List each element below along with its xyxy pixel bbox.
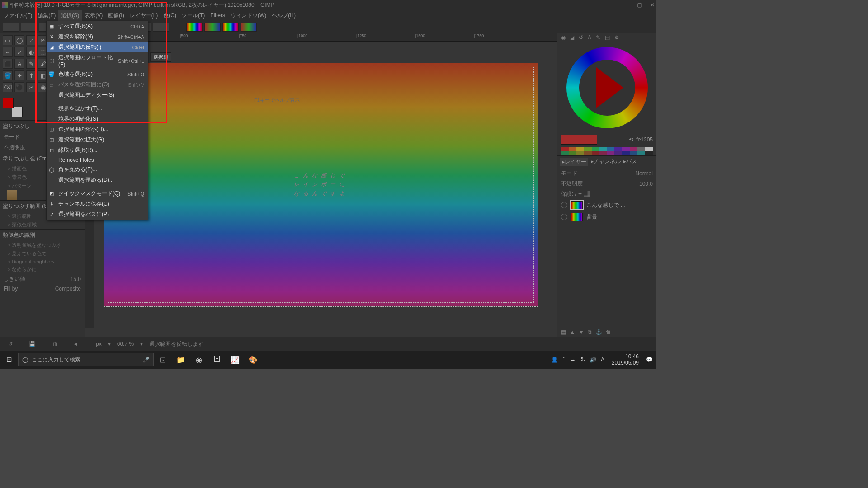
tool-4[interactable]: ↔	[3, 47, 13, 57]
explorer-icon[interactable]: 📁	[172, 351, 190, 369]
menu-0[interactable]: ファイル(F)	[1, 10, 35, 21]
palette-icon[interactable]: ▤	[605, 34, 610, 41]
ime-icon[interactable]: A	[601, 357, 604, 363]
app-icon[interactable]: 🖼	[208, 351, 226, 369]
select-menu-item-2[interactable]: ◪選択範囲の反転(I)Ctrl+I	[47, 42, 148, 52]
fg-color-swatch[interactable]	[3, 98, 14, 108]
toolbar-thumb[interactable]	[21, 23, 37, 32]
tool-6[interactable]: ◐	[26, 47, 36, 57]
similar-opt-3[interactable]: ○ なめらかに	[0, 265, 85, 274]
layer-up-icon[interactable]: ▲	[570, 329, 575, 335]
menu-10[interactable]: ヘルプ(H)	[269, 10, 298, 21]
menu-1[interactable]: 編集(E)	[35, 10, 58, 21]
paint-icon[interactable]: ✎	[596, 34, 600, 41]
tab-レイヤー[interactable]: ▸レイヤー	[560, 158, 588, 166]
taskbar-search[interactable]: ◯ ここに入力して検索 🎤	[18, 353, 154, 366]
tool-18[interactable]: ✂	[26, 82, 36, 92]
status-unit[interactable]: px	[96, 341, 102, 347]
task-view-icon[interactable]: ⊡	[154, 351, 172, 369]
gradient-swatch[interactable]	[241, 23, 257, 32]
tool-0[interactable]: ▭	[3, 35, 13, 45]
select-menu-item-8[interactable]: 境界をぼかす(T)...	[47, 103, 148, 114]
select-menu-item-18[interactable]: ⬇チャンネルに保存(C)	[47, 199, 148, 209]
layer-mode-value[interactable]: Normal	[635, 170, 653, 177]
fg-bg-swatches[interactable]	[3, 98, 23, 117]
tab-パス[interactable]: ▸パス	[623, 158, 637, 166]
tool-10[interactable]: ✎	[26, 59, 36, 69]
menu-7[interactable]: ツール(T)	[179, 10, 208, 21]
delete-preset-icon[interactable]: 🗑	[52, 341, 58, 347]
menu-9[interactable]: ウィンドウ(W)	[228, 10, 269, 21]
tool-12[interactable]: 🪣	[3, 70, 13, 80]
history-icon[interactable]: ↺	[579, 34, 583, 41]
menu-4[interactable]: 画像(I)	[105, 10, 127, 21]
pattern-thumb[interactable]	[7, 190, 17, 200]
color-hex[interactable]: fe1205	[636, 136, 653, 143]
chrome-icon[interactable]: ◉	[190, 351, 208, 369]
minimize-icon[interactable]: —	[623, 2, 629, 8]
close-icon[interactable]: ✕	[650, 2, 655, 8]
eyedropper-icon[interactable]: ⟲	[629, 136, 633, 143]
toolbar-thumb[interactable]	[153, 23, 169, 32]
menu-5[interactable]: レイヤー(L)	[127, 10, 161, 21]
layer-opacity-value[interactable]: 100.0	[639, 181, 653, 187]
new-layer-icon[interactable]: ▤	[561, 329, 566, 335]
similar-opt-1[interactable]: ○ 見えている色で	[0, 249, 85, 258]
select-menu-item-11[interactable]: ◫選択範囲の拡大(G)...	[47, 135, 148, 145]
current-color-swatch[interactable]	[561, 135, 597, 145]
save-preset-icon[interactable]: 💾	[29, 341, 36, 347]
similar-opt-0[interactable]: ○ 透明領域を塗りつぶす	[0, 241, 85, 249]
select-menu-item-13[interactable]: Remove Holes	[47, 155, 148, 164]
select-menu-item-5[interactable]: ⎌パスを選択範囲に(O)Shift+V	[47, 80, 148, 90]
viewport[interactable]: こんな感じでレインボーになるんですよ	[94, 42, 548, 328]
notification-icon[interactable]: 💬	[646, 357, 653, 363]
select-menu-item-3[interactable]: ⬚選択範囲のフロート化(F)Shift+Ctrl+L	[47, 52, 148, 69]
similar-opt-2[interactable]: ○ Diagonal neighbors	[0, 258, 85, 265]
tool-5[interactable]: ⤢	[14, 47, 24, 57]
onedrive-icon[interactable]: ☁	[570, 357, 575, 363]
tray-chevron-icon[interactable]: ˄	[562, 357, 565, 363]
color-wheel[interactable]	[557, 42, 656, 133]
select-menu-item-10[interactable]: ◫選択範囲の縮小(H)...	[47, 124, 148, 135]
gimp-taskbar-icon[interactable]: 🎨	[244, 351, 262, 369]
layer-down-icon[interactable]: ▼	[579, 329, 584, 335]
start-button[interactable]: ⊞	[0, 356, 18, 364]
network-icon[interactable]: 🖧	[580, 357, 585, 363]
gradient-swatch[interactable]	[204, 23, 221, 32]
select-menu-item-0[interactable]: ▦すべて選択(A)Ctrl+A	[47, 21, 148, 32]
menu-8[interactable]: Filters	[208, 11, 228, 20]
select-menu-item-12[interactable]: ◻縁取り選択(R)...	[47, 145, 148, 155]
color-wheel-icon[interactable]: ◉	[561, 34, 566, 41]
fillby-value[interactable]: Composite	[55, 286, 81, 292]
people-icon[interactable]: 👤	[551, 357, 558, 363]
canvas[interactable]: こんな感じでレインボーになるんですよ	[104, 63, 538, 307]
mic-icon[interactable]: 🎤	[143, 357, 150, 363]
text-icon[interactable]: A	[588, 34, 591, 41]
gradient-swatch[interactable]	[222, 23, 239, 32]
select-menu-item-1[interactable]: ✕選択を解除(N)Shift+Ctrl+A	[47, 32, 148, 42]
tool-1[interactable]: ◯	[14, 35, 24, 45]
duplicate-layer-icon[interactable]: ⧉	[588, 329, 592, 335]
visibility-icon[interactable]	[561, 202, 567, 208]
menu-3[interactable]: 表示(V)	[82, 10, 105, 21]
volume-icon[interactable]: 🔊	[590, 357, 596, 363]
select-menu-item-19[interactable]: ↗選択範囲をパスに(P)	[47, 209, 148, 220]
select-menu-item-14[interactable]: ◯角を丸める(E)...	[47, 164, 148, 175]
select-menu-item-4[interactable]: 🪣色域を選択(B)Shift+O	[47, 69, 148, 80]
toolbar-thumb[interactable]	[3, 23, 19, 32]
tab-チャンネル[interactable]: ▸チャンネル	[591, 158, 621, 166]
reset-icon[interactable]: ↺	[8, 341, 13, 347]
select-menu-item-17[interactable]: ◩クイックマスクモード(Q)Shift+Q	[47, 188, 148, 199]
anchor-layer-icon[interactable]: ⚓	[595, 329, 602, 335]
tool-17[interactable]: ⚫	[14, 82, 24, 92]
tool-2[interactable]: ⟋	[26, 35, 36, 45]
tool-14[interactable]: ⬆	[26, 70, 36, 80]
delete-layer-icon[interactable]: 🗑	[606, 329, 611, 335]
color-palette[interactable]	[557, 146, 656, 155]
status-zoom[interactable]: 66.7 %	[117, 341, 134, 347]
maximize-icon[interactable]: ▢	[637, 2, 642, 8]
select-menu-item-6[interactable]: 選択範囲エディター(S)	[47, 90, 148, 100]
app-icon[interactable]: 📈	[226, 351, 244, 369]
tool-9[interactable]: A	[14, 59, 24, 69]
tool-8[interactable]: ⬛	[3, 59, 13, 69]
